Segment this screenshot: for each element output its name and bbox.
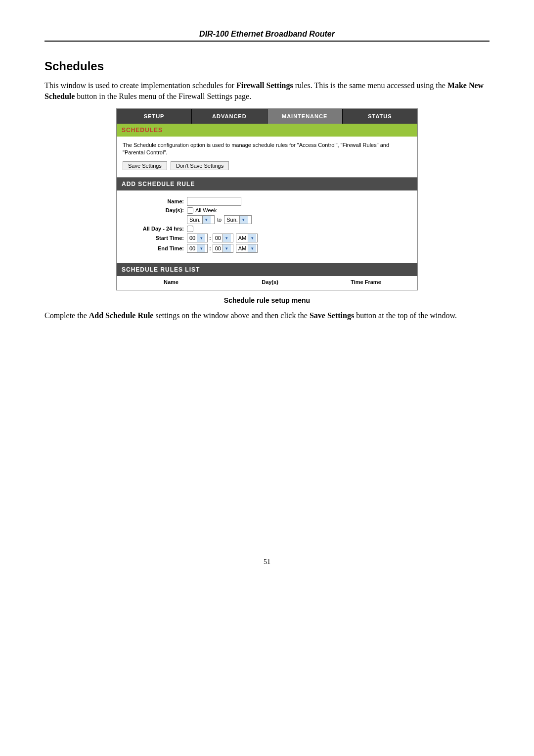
days-label: Day(s): <box>123 207 187 213</box>
end-ampm-select[interactable]: AM ▾ <box>236 244 258 253</box>
outro-text-1: Complete the <box>44 311 89 320</box>
time-colon: : <box>209 235 211 241</box>
start-ampm-value: AM <box>238 235 248 241</box>
schedule-rules-list: Name Day(s) Time Frame <box>117 276 417 290</box>
to-label: to <box>217 217 222 223</box>
chevron-down-icon: ▾ <box>197 234 205 242</box>
all-day-checkbox[interactable] <box>187 226 193 232</box>
chevron-down-icon: ▾ <box>239 216 248 224</box>
start-hour-select[interactable]: 00 ▾ <box>187 234 208 242</box>
day-to-select[interactable]: Sun. ▾ <box>224 215 252 224</box>
start-minute-value: 00 <box>215 235 222 241</box>
outro-text-3: button at the top of the window. <box>354 311 457 320</box>
intro-paragraph: This window is used to create implementa… <box>44 80 490 101</box>
end-time-label: End Time: <box>123 245 187 251</box>
chevron-down-icon: ▾ <box>222 234 231 242</box>
chevron-down-icon: ▾ <box>197 244 205 252</box>
page-number: 51 <box>44 558 490 566</box>
end-minute-select[interactable]: 00 ▾ <box>213 244 233 253</box>
tab-status[interactable]: STATUS <box>343 109 417 124</box>
start-minute-select[interactable]: 00 ▾ <box>213 234 233 242</box>
col-timeframe: Time Frame <box>319 279 412 285</box>
outro-bold-2: Save Settings <box>310 311 354 320</box>
tab-advanced[interactable]: ADVANCED <box>192 109 267 124</box>
start-hour-value: 00 <box>189 235 197 241</box>
schedules-description-box: The Schedule configuration option is use… <box>117 137 417 178</box>
add-schedule-rule-form: Name: Day(s): All Week Sun. ▾ to Sun. ▾ … <box>117 190 417 263</box>
all-week-label: All Week <box>195 207 217 213</box>
name-input[interactable] <box>187 197 241 206</box>
start-ampm-select[interactable]: AM ▾ <box>236 234 258 242</box>
add-schedule-rule-header: ADD SCHEDULE RULE <box>117 178 417 190</box>
intro-text-1: This window is used to create implementa… <box>44 81 236 90</box>
doc-header: DIR-100 Ethernet Broadband Router <box>44 30 490 42</box>
intro-bold-1: Firewall Settings <box>236 81 293 90</box>
chevron-down-icon: ▾ <box>202 216 211 224</box>
intro-text-3: button in the Rules menu of the Firewall… <box>75 92 251 100</box>
figure-caption: Schedule rule setup menu <box>44 296 490 304</box>
tab-setup[interactable]: SETUP <box>117 109 192 124</box>
tab-bar: SETUP ADVANCED MAINTENANCE STATUS <box>117 109 417 124</box>
list-head-row: Name Day(s) Time Frame <box>122 279 412 285</box>
outro-bold-1: Add Schedule Rule <box>89 311 154 320</box>
router-panel: SETUP ADVANCED MAINTENANCE STATUS SCHEDU… <box>116 108 418 290</box>
start-time-label: Start Time: <box>123 235 187 241</box>
end-hour-value: 00 <box>189 245 197 251</box>
end-minute-value: 00 <box>215 245 222 251</box>
all-day-label: All Day - 24 hrs: <box>123 226 187 232</box>
end-ampm-value: AM <box>238 245 248 251</box>
section-title: Schedules <box>44 59 490 73</box>
schedules-title-bar: SCHEDULES <box>117 124 417 137</box>
chevron-down-icon: ▾ <box>222 244 231 252</box>
outro-paragraph: Complete the Add Schedule Rule settings … <box>44 310 490 321</box>
chevron-down-icon: ▾ <box>248 234 256 242</box>
tab-maintenance[interactable]: MAINTENANCE <box>267 109 343 124</box>
day-from-select[interactable]: Sun. ▾ <box>187 215 215 224</box>
day-to-value: Sun. <box>226 217 239 223</box>
save-settings-button[interactable]: Save Settings <box>123 161 167 170</box>
name-label: Name: <box>123 198 187 204</box>
end-hour-select[interactable]: 00 ▾ <box>187 244 208 253</box>
day-from-value: Sun. <box>189 217 202 223</box>
intro-text-2: rules. This is the same menu accessed us… <box>293 81 447 90</box>
chevron-down-icon: ▾ <box>248 244 256 252</box>
outro-text-2: settings on the window above and then cl… <box>153 311 309 320</box>
all-week-checkbox[interactable] <box>187 207 193 214</box>
schedules-description: The Schedule configuration option is use… <box>123 142 411 156</box>
time-colon: : <box>209 245 211 251</box>
col-days: Day(s) <box>221 279 319 285</box>
dont-save-settings-button[interactable]: Don't Save Settings <box>171 161 229 170</box>
col-name: Name <box>122 279 221 285</box>
schedule-rules-list-header: SCHEDULE RULES LIST <box>117 263 417 276</box>
